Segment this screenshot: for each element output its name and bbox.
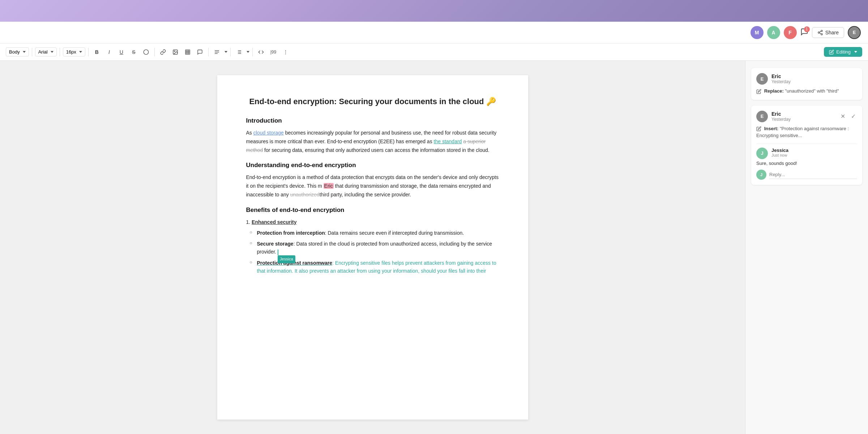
comment-insert-button[interactable] xyxy=(194,47,205,58)
svg-point-0 xyxy=(821,30,822,31)
strikethrough-button[interactable]: S xyxy=(128,47,139,58)
comment-avatar-eric-2: E xyxy=(756,111,768,122)
comment-text-1: "unauthorized" with "third" xyxy=(785,88,839,94)
jessica-author: Jessica xyxy=(771,148,788,153)
size-label: 16px xyxy=(66,49,76,55)
avatar-f[interactable]: F xyxy=(784,26,797,39)
interception-bold: Protection from interception xyxy=(257,230,325,236)
main-area: End-to-end encryption: Securing your doc… xyxy=(0,61,868,434)
avatar-a[interactable]: A xyxy=(767,26,780,39)
cursor-line xyxy=(278,250,278,255)
standard-link[interactable]: the standard xyxy=(434,139,462,144)
comment-actions-2: ✕ ✓ xyxy=(839,112,857,120)
bold-button[interactable]: B xyxy=(91,47,102,58)
font-label: Arial xyxy=(38,49,48,55)
list-button[interactable] xyxy=(234,47,244,58)
code-button[interactable] xyxy=(256,47,266,58)
jessica-cursor-container: Jessica xyxy=(278,248,278,256)
document-title: End-to-end encryption: Securing your doc… xyxy=(246,97,499,106)
storage-bold: Secure storage xyxy=(257,241,294,247)
editing-label: Editing xyxy=(836,49,851,55)
style-chevron xyxy=(23,51,26,53)
editing-button[interactable]: Editing xyxy=(824,47,862,57)
comment-avatar-eric-1: E xyxy=(756,73,768,85)
comments-panel: E Eric Yesterday Replace: "unauthorized"… xyxy=(745,61,868,434)
comment-keyword-1: Replace: xyxy=(764,88,784,94)
count-button[interactable]: |99 xyxy=(268,47,279,58)
italic-button[interactable]: I xyxy=(104,47,115,58)
reply-input[interactable] xyxy=(769,170,857,179)
comment-author-eric-1: Eric xyxy=(771,73,791,79)
eric-highlight: Eric xyxy=(324,183,334,189)
svg-point-1 xyxy=(818,32,820,33)
document-page: End-to-end encryption: Securing your doc… xyxy=(217,75,528,420)
sep5 xyxy=(208,48,209,56)
benefit-enhanced-security: 1. Enhanced security Protection from int… xyxy=(246,218,499,275)
svg-line-3 xyxy=(819,33,821,34)
underline-button[interactable]: U xyxy=(116,47,127,58)
comment-button[interactable]: 1 xyxy=(800,28,808,37)
image-button[interactable] xyxy=(170,47,181,58)
format-toolbar: Body Arial 16px B I U S xyxy=(0,43,868,61)
comment-close-button[interactable]: ✕ xyxy=(839,112,847,120)
svg-line-4 xyxy=(819,31,821,32)
share-button[interactable]: Share xyxy=(812,27,844,38)
align-button[interactable] xyxy=(211,47,222,58)
understanding-heading: Understanding end-to-end encryption xyxy=(246,162,499,169)
toolbar-right: M A F 1 Share E xyxy=(751,26,861,39)
jessica-cursor-label: Jessica xyxy=(278,255,295,263)
link-button[interactable] xyxy=(158,47,168,58)
jessica-reply-text: Sure, sounds good! xyxy=(756,161,857,166)
sep1 xyxy=(32,48,32,56)
reply-avatar: J xyxy=(756,170,766,180)
reply-input-row: J xyxy=(756,170,857,180)
share-label: Share xyxy=(825,30,839,35)
more-button[interactable]: ⋮ xyxy=(280,47,291,58)
align-chevron xyxy=(225,51,227,53)
sep6 xyxy=(230,48,231,56)
size-select[interactable]: 16px xyxy=(63,47,85,56)
third-replacement: third xyxy=(320,192,329,197)
style-select[interactable]: Body xyxy=(6,47,29,56)
size-chevron xyxy=(79,51,82,53)
svg-point-2 xyxy=(821,33,822,35)
comment-meta-2: Eric Yesterday xyxy=(771,111,791,122)
intro-para: As cloud storage becomes increasingly po… xyxy=(246,129,499,154)
editing-chevron xyxy=(854,51,857,53)
comment-header-2: E Eric Yesterday ✕ ✓ xyxy=(756,111,857,122)
comment-time-2: Yesterday xyxy=(771,117,791,122)
jessica-meta: Jessica Just now xyxy=(771,148,788,159)
comment-header-1: E Eric Yesterday xyxy=(756,73,857,85)
table-button[interactable] xyxy=(182,47,193,58)
sub-item-interception: Protection from interception: Data remai… xyxy=(250,229,499,237)
avatar-m[interactable]: M xyxy=(751,26,764,39)
jessica-time: Just now xyxy=(771,153,788,157)
comment-keyword-2: Insert: xyxy=(764,126,779,131)
jessica-avatar: J xyxy=(756,148,768,159)
comment-accept-button[interactable]: ✓ xyxy=(850,112,857,120)
top-toolbar: M A F 1 Share E xyxy=(0,22,868,43)
font-select[interactable]: Arial xyxy=(35,47,57,56)
comment-card-1: E Eric Yesterday Replace: "unauthorized"… xyxy=(751,68,862,100)
enhanced-security-link[interactable]: Enhanced security xyxy=(252,219,297,225)
comment-meta-1: Eric Yesterday xyxy=(771,73,791,84)
comment-time-1: Yesterday xyxy=(771,79,791,84)
style-label: Body xyxy=(9,49,20,55)
header-gradient xyxy=(0,0,868,22)
intro-heading: Introduction xyxy=(246,117,499,124)
user-avatar[interactable]: E xyxy=(848,26,861,39)
benefits-list: 1. Enhanced security Protection from int… xyxy=(246,218,499,275)
comment-card-2: E Eric Yesterday ✕ ✓ Insert: "Protection… xyxy=(751,106,862,185)
sep3 xyxy=(88,48,89,56)
svg-rect-7 xyxy=(185,50,190,54)
unauthorized-strikethrough: unauthorized xyxy=(290,192,320,197)
highlight-button[interactable] xyxy=(141,47,151,58)
sep7 xyxy=(252,48,253,56)
comment-body-2: Insert: "Protection against ransomware :… xyxy=(756,125,857,139)
benefits-heading: Benefits of end-to-end encryption xyxy=(246,207,499,214)
sep2 xyxy=(60,48,60,56)
sub-list: Protection from interception: Data remai… xyxy=(246,229,499,275)
cloud-storage-link[interactable]: cloud storage xyxy=(253,130,284,136)
comment-author-eric-2: Eric xyxy=(771,111,791,117)
jessica-reply-header: J Jessica Just now xyxy=(756,148,857,159)
